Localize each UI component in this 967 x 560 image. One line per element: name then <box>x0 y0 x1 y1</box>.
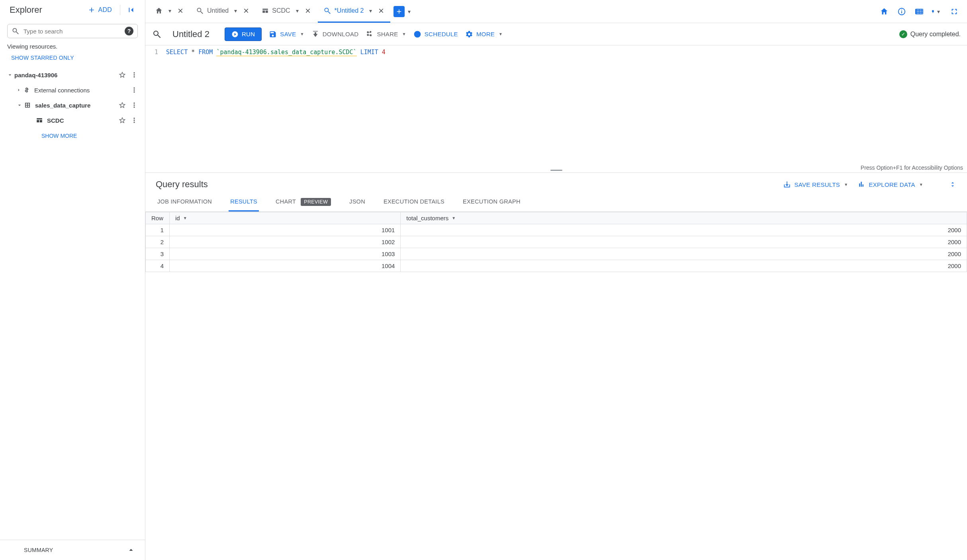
search-input[interactable] <box>23 28 121 35</box>
table-row[interactable]: 2 1002 2000 <box>146 236 967 248</box>
results-table: Row id▼ total_customers▼ 1 1001 2000 2 1… <box>145 212 967 272</box>
close-icon[interactable] <box>304 7 311 14</box>
download-label: DOWNLOAD <box>323 31 359 37</box>
tab-chart-label: CHART <box>276 198 296 205</box>
add-button[interactable]: ADD <box>84 4 116 16</box>
query-details-button[interactable] <box>152 29 162 39</box>
tab-execution-details[interactable]: EXECUTION DETAILS <box>382 193 446 211</box>
explorer-title: Explorer <box>10 5 42 15</box>
star-button[interactable] <box>117 70 127 80</box>
show-starred-only-link[interactable]: SHOW STARRED ONLY <box>0 51 145 64</box>
run-button[interactable]: RUN <box>225 27 262 41</box>
star-button[interactable] <box>117 115 127 125</box>
a11y-hint: Press Option+F1 for Accessibility Option… <box>861 164 963 171</box>
chevron-down-icon[interactable]: ▾ <box>166 8 174 14</box>
cell-id: 1003 <box>170 248 401 260</box>
home-shortcut-button[interactable] <box>879 6 890 17</box>
show-more-link[interactable]: SHOW MORE <box>0 128 145 144</box>
save-icon <box>269 30 277 38</box>
new-tab-button[interactable] <box>393 6 405 17</box>
sql-editor[interactable]: 1 SELECT * FROM `pandaq-413906.sales_dat… <box>145 45 967 173</box>
more-vert-button[interactable] <box>129 70 139 80</box>
chevron-down-icon[interactable]: ▾ <box>367 8 374 14</box>
query-icon <box>196 7 204 15</box>
star-outline-icon <box>118 101 126 109</box>
home-icon <box>155 7 163 15</box>
close-icon[interactable] <box>243 7 250 14</box>
plus-icon <box>395 8 403 15</box>
tab-untitled-2[interactable]: *Untitled 2 ▾ <box>318 0 391 23</box>
chevron-down-icon[interactable]: ▼ <box>402 32 406 36</box>
col-id-header[interactable]: id▼ <box>170 212 401 224</box>
more-vert-button[interactable] <box>129 85 139 95</box>
tree-external-connections-row[interactable]: External connections <box>0 82 145 98</box>
table-row[interactable]: 1 1001 2000 <box>146 224 967 236</box>
chevron-down-icon[interactable]: ▾ <box>294 8 301 14</box>
lightbulb-icon <box>931 7 935 16</box>
collapse-panel-button[interactable] <box>124 3 138 17</box>
chevron-down-icon[interactable]: ▼ <box>919 182 923 187</box>
svg-rect-0 <box>550 170 562 171</box>
cell-id: 1002 <box>170 236 401 248</box>
caret-down-icon[interactable] <box>6 72 14 78</box>
share-button[interactable]: SHARE ▼ <box>366 30 406 38</box>
tab-untitled[interactable]: Untitled ▾ <box>190 0 255 23</box>
tab-chart[interactable]: CHART PREVIEW <box>274 193 333 211</box>
more-button[interactable]: MORE ▼ <box>465 30 503 38</box>
table-row[interactable]: 3 1003 2000 <box>146 248 967 260</box>
collapse-results-button[interactable] <box>949 180 957 188</box>
keyboard-button[interactable] <box>914 6 925 17</box>
tab-scdc[interactable]: SCDC ▾ <box>256 0 317 23</box>
download-button[interactable]: DOWNLOAD <box>311 30 359 38</box>
col-row-header[interactable]: Row <box>146 212 170 224</box>
cell-rownum: 3 <box>146 248 170 260</box>
table-icon <box>262 7 269 14</box>
more-vert-button[interactable] <box>129 100 139 110</box>
search-box[interactable]: ? <box>7 24 138 38</box>
info-button[interactable] <box>896 6 907 17</box>
sql-star: * <box>191 49 195 56</box>
chevron-down-icon[interactable]: ▼ <box>300 32 304 36</box>
save-label: SAVE <box>280 31 296 37</box>
tree-table-row[interactable]: SCDC <box>0 113 145 128</box>
tree-project-row[interactable]: pandaq-413906 <box>0 67 145 82</box>
tab-execution-graph[interactable]: EXECUTION GRAPH <box>461 193 522 211</box>
save-button[interactable]: SAVE ▼ <box>269 30 304 38</box>
tab-home[interactable]: ▾ <box>149 0 190 23</box>
tab-json[interactable]: JSON <box>348 193 367 211</box>
query-icon <box>323 7 331 15</box>
dataset-text: sales_data_capture <box>35 102 90 109</box>
assist-button[interactable]: ▾ <box>931 6 942 17</box>
close-icon[interactable] <box>378 7 385 14</box>
more-vert-button[interactable] <box>129 115 139 125</box>
chevron-down-icon[interactable]: ▼ <box>499 32 503 36</box>
table-row[interactable]: 4 1004 2000 <box>146 260 967 272</box>
tab-overflow-menu[interactable]: ▾ <box>405 8 413 15</box>
resize-handle[interactable] <box>550 168 562 172</box>
sql-code-line[interactable]: SELECT * FROM `pandaq-413906.sales_data_… <box>145 45 967 56</box>
query-status: ✓ Query completed. <box>899 30 961 38</box>
line-number: 1 <box>145 45 161 172</box>
chevron-down-icon[interactable]: ▼ <box>844 182 848 187</box>
save-results-button[interactable]: SAVE RESULTS ▼ <box>783 180 848 188</box>
tree-table-label: SCDC <box>36 117 117 124</box>
chevron-down-icon[interactable]: ▾ <box>232 8 239 14</box>
summary-toggle[interactable]: SUMMARY <box>0 540 145 560</box>
tab-job-information[interactable]: JOB INFORMATION <box>156 193 213 211</box>
star-button[interactable] <box>117 100 127 110</box>
schedule-button[interactable]: SCHEDULE <box>413 30 458 38</box>
col-total-customers-header[interactable]: total_customers▼ <box>401 212 967 224</box>
more-label: MORE <box>476 31 495 37</box>
fullscreen-button[interactable] <box>949 6 960 17</box>
explore-data-label: EXPLORE DATA <box>869 181 915 188</box>
tab-label: Untitled <box>207 7 229 14</box>
cell-total-customers: 2000 <box>401 248 967 260</box>
explore-data-button[interactable]: EXPLORE DATA ▼ <box>857 180 923 188</box>
help-icon[interactable]: ? <box>125 27 133 35</box>
add-button-label: ADD <box>98 6 112 14</box>
close-icon[interactable] <box>177 7 184 14</box>
caret-down-icon[interactable] <box>15 102 24 108</box>
caret-right-icon[interactable] <box>14 87 23 93</box>
tree-dataset-row[interactable]: sales_data_capture <box>0 98 145 113</box>
tab-results[interactable]: RESULTS <box>229 193 259 211</box>
